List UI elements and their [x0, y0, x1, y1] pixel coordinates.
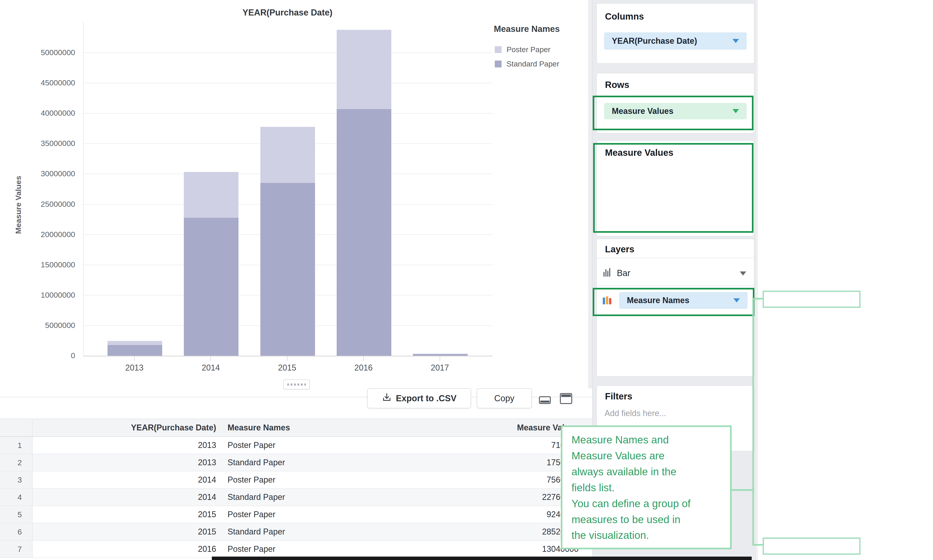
field-highlight-box — [763, 291, 861, 308]
chart-scrollbar[interactable] — [588, 0, 592, 388]
cell-measure-name: Standard Paper — [220, 454, 405, 471]
workbook-ui: YEAR(Purchase Date) Measure Values Measu… — [0, 0, 933, 560]
y-tick-label: 30000000 — [7, 169, 75, 178]
cell-year: 2015 — [32, 506, 220, 523]
legend-swatch — [495, 61, 502, 68]
filters-title: Filters — [605, 391, 754, 402]
annotation-connector-box-stub — [731, 489, 753, 491]
col-header-year[interactable]: YEAR(Purchase Date) — [32, 419, 220, 436]
gridline — [83, 83, 493, 83]
x-axis-label: 2014 — [188, 363, 234, 372]
x-axis-label: 2017 — [417, 363, 463, 372]
highlight-rect-measure-values-shelf — [593, 143, 753, 233]
y-tick-label: 25000000 — [7, 200, 75, 209]
bar-segment-poster-paper[interactable] — [260, 127, 315, 183]
columns-title: Columns — [605, 11, 754, 22]
y-tick-label: 40000000 — [7, 109, 75, 117]
chevron-down-icon[interactable] — [740, 271, 746, 275]
y-tick-label: 20000000 — [7, 230, 75, 239]
collapse-panel-icon[interactable] — [539, 396, 551, 404]
columns-pill-year-purchase-date[interactable]: YEAR(Purchase Date) — [604, 32, 747, 50]
table-header-row: YEAR(Purchase Date) Measure Names Measur… — [0, 418, 592, 437]
cell-measure-name: Poster Paper — [220, 471, 405, 488]
y-tick-label: 45000000 — [7, 78, 75, 87]
download-icon — [382, 392, 392, 405]
cell-year: 2013 — [32, 454, 220, 471]
export-csv-button[interactable]: Export to .CSV — [367, 388, 471, 408]
cell-measure-name: Poster Paper — [220, 506, 405, 523]
y-tick-label: 35000000 — [7, 139, 75, 148]
bar-segment-poster-paper[interactable] — [413, 354, 468, 354]
legend-swatch — [495, 46, 502, 53]
columns-pill-label: YEAR(Purchase Date) — [612, 36, 697, 46]
y-tick-label: 15000000 — [7, 260, 75, 269]
row-number: 2 — [0, 454, 32, 471]
x-axis-tick — [211, 356, 211, 361]
row-number: 3 — [0, 471, 32, 488]
x-axis-label: 2015 — [265, 363, 310, 372]
export-csv-label: Export to .CSV — [396, 394, 456, 403]
legend-title: Measure Names — [494, 24, 560, 34]
cell-year: 2014 — [32, 471, 220, 488]
highlight-rect-rows-pill — [593, 95, 753, 130]
rows-title: Rows — [605, 80, 754, 90]
plot-area — [83, 22, 493, 356]
row-number: 5 — [0, 506, 32, 523]
bar-segment-standard-paper[interactable] — [413, 354, 468, 356]
results-table: YEAR(Purchase Date) Measure Names Measur… — [0, 418, 592, 558]
fields-panel: Data Format FIELDS fx + Dimensions Measu… — [759, 0, 933, 560]
table-row[interactable]: 42014Standard Paper22760000 — [0, 489, 592, 506]
table-row[interactable]: 22013Standard Paper1750000 — [0, 454, 592, 471]
x-axis-tick — [287, 356, 288, 361]
chart-panel: YEAR(Purchase Date) Measure Values Measu… — [0, 0, 592, 418]
resize-drag-handle[interactable] — [283, 379, 310, 389]
filters-placeholder[interactable]: Add fields here... — [605, 409, 666, 418]
row-number: 6 — [0, 523, 32, 540]
y-tick-label: 10000000 — [7, 291, 75, 300]
cell-year: 2013 — [32, 437, 220, 454]
table-row[interactable]: 72016Poster Paper13040000 — [0, 541, 592, 558]
x-axis-tick — [134, 356, 135, 361]
highlight-rect-color-pill — [593, 288, 754, 316]
maximize-window-icon[interactable] — [560, 393, 572, 404]
y-tick-label: 5000000 — [7, 321, 75, 330]
x-axis-tick — [363, 356, 364, 361]
bar-segment-standard-paper[interactable] — [108, 345, 162, 356]
copy-button[interactable]: Copy — [477, 388, 532, 408]
annotation-connector-bottom-stub — [752, 544, 764, 546]
bar-segment-standard-paper[interactable] — [184, 218, 239, 356]
cell-measure-name: Poster Paper — [220, 437, 405, 454]
x-axis-label: 2016 — [341, 363, 386, 372]
cell-measure-name: Standard Paper — [220, 523, 405, 540]
table-row[interactable]: 12013Poster Paper710000 — [0, 437, 592, 454]
bar-segment-standard-paper[interactable] — [260, 183, 315, 356]
table-body: 12013Poster Paper71000022013Standard Pap… — [0, 437, 592, 558]
copy-label: Copy — [494, 394, 514, 403]
annotation-connector-top-stub — [752, 298, 764, 300]
table-row[interactable]: 32014Poster Paper7560000 — [0, 471, 592, 489]
legend-label: Standard Paper — [507, 60, 559, 68]
y-tick-label: 50000000 — [7, 48, 75, 57]
layers-title: Layers — [605, 244, 754, 254]
table-row[interactable]: 52015Poster Paper9240000 — [0, 506, 592, 523]
col-header-measure-names[interactable]: Measure Names — [220, 419, 405, 436]
bar-segment-standard-paper[interactable] — [337, 109, 391, 356]
gridline — [83, 52, 493, 53]
table-row[interactable]: 62015Standard Paper28520000 — [0, 523, 592, 541]
row-number: 4 — [0, 489, 32, 506]
bar-segment-poster-paper[interactable] — [108, 341, 162, 345]
bar-segment-poster-paper[interactable] — [337, 30, 391, 109]
chevron-down-icon[interactable] — [733, 39, 739, 43]
divider — [596, 285, 754, 286]
horizontal-scrollbar[interactable] — [212, 557, 752, 560]
annotation-note: Measure Names and Measure Values are alw… — [561, 425, 731, 549]
legend-item[interactable]: Standard Paper — [495, 60, 559, 69]
cell-year: 2014 — [32, 489, 220, 506]
bar-segment-poster-paper[interactable] — [184, 172, 239, 218]
row-number: 7 — [0, 541, 32, 557]
legend-item[interactable]: Poster Paper — [495, 45, 551, 54]
y-tick-label: 0 — [7, 351, 75, 360]
x-axis-tick — [440, 356, 440, 361]
layer-type-label[interactable]: Bar — [617, 268, 630, 278]
row-number-header — [0, 419, 32, 436]
